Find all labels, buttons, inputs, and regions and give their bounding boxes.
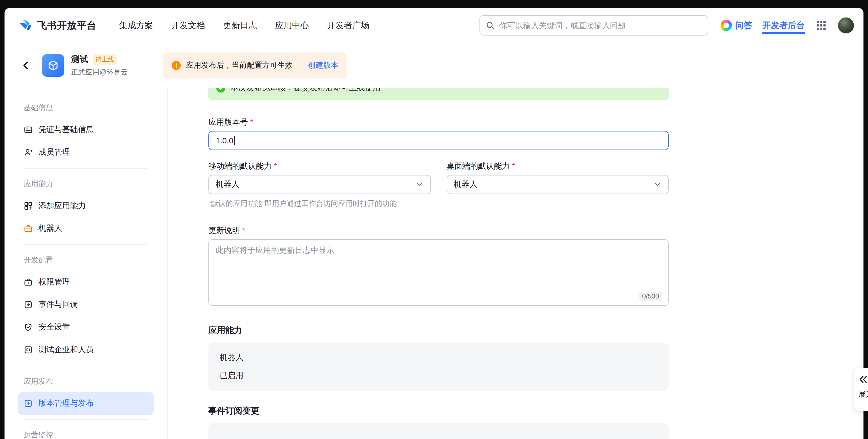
developer-console-tab[interactable]: 开发者后台	[763, 17, 805, 34]
update-notes-label: 更新说明*	[208, 226, 669, 236]
sidebar: 基础信息 凭证与基础信息 成员管理	[4, 88, 167, 439]
code-brackets-icon	[24, 345, 33, 354]
top-nav: 集成方案 开发文档 更新日志 应用中心 开发者广场	[119, 20, 369, 31]
nav-docs[interactable]: 开发文档	[171, 20, 205, 31]
sidebar-item-label: 添加应用能力	[38, 201, 86, 211]
chevron-down-icon	[653, 180, 661, 189]
top-header: 飞书开放平台 集成方案 开发文档 更新日志 应用中心 开发者广场	[4, 8, 864, 43]
sidebar-item-label: 权限管理	[38, 277, 70, 287]
desktop-capability-value: 机器人	[454, 179, 477, 190]
version-input[interactable]: 1.0.0	[208, 131, 669, 150]
sidebar-divider	[24, 244, 148, 245]
user-icon	[24, 148, 33, 157]
screen: 飞书开放平台 集成方案 开发文档 更新日志 应用中心 开发者广场	[0, 0, 868, 439]
sidebar-item-label: 凭证与基础信息	[38, 125, 94, 135]
sidebar-divider	[24, 366, 148, 366]
char-counter: 0/500	[639, 292, 662, 301]
no-review-banner-text: 本次发布免审核，提交发布后即可上线使用	[230, 88, 381, 93]
global-search[interactable]	[479, 15, 708, 36]
sidebar-section-basic-info: 基础信息	[18, 97, 167, 119]
app-context-bar: 测试 待上线 正式应用@环界云 ! 应用发布后，当前配置方可生效 创建版本	[4, 43, 864, 88]
sidebar-divider	[24, 168, 148, 169]
capability-status: 已启用	[220, 371, 657, 381]
main-content: 本次发布免审核，提交发布后即可上线使用 应用版本号* 1.0.0 移动端的默认能…	[167, 88, 864, 439]
apps-grid-icon[interactable]	[815, 19, 827, 32]
nav-app-center[interactable]: 应用中心	[275, 20, 309, 31]
back-button[interactable]	[18, 58, 34, 73]
sidebar-item-test-org[interactable]: 测试企业和人员	[18, 339, 154, 361]
app-info: 测试 待上线 正式应用@环界云	[71, 54, 128, 77]
feishu-logo-icon	[18, 18, 33, 33]
sidebar-section-dev-config: 开发配置	[18, 249, 167, 271]
sidebar-item-label: 机器人	[38, 224, 62, 234]
version-label: 应用版本号*	[208, 117, 669, 128]
update-notes-field: 0/500	[208, 239, 669, 306]
default-capability-row: 移动端的默认能力* 机器人 桌面端的默认能力*	[208, 161, 669, 194]
sidebar-item-bot[interactable]: 机器人	[18, 217, 154, 240]
sidebar-item-events-callbacks[interactable]: 事件与回调	[18, 294, 154, 316]
version-value: 1.0.0	[216, 136, 233, 145]
text-caret	[234, 136, 235, 145]
required-asterisk: *	[274, 161, 277, 172]
sidebar-item-security[interactable]: 安全设置	[18, 316, 154, 339]
success-check-icon	[216, 88, 225, 93]
sidebar-section-release: 应用发布	[18, 371, 167, 392]
search-icon	[486, 21, 495, 30]
page-body: 基础信息 凭证与基础信息 成员管理	[4, 88, 864, 439]
nav-integration[interactable]: 集成方案	[119, 20, 153, 31]
app-capability-box: 机器人 已启用	[208, 342, 669, 391]
app-icon	[42, 54, 64, 77]
shield-check-icon	[24, 323, 33, 332]
grid-plus-icon	[24, 201, 33, 210]
sidebar-item-members[interactable]: 成员管理	[18, 141, 154, 164]
required-asterisk: *	[250, 117, 253, 128]
id-card-icon	[24, 125, 33, 134]
mobile-capability-value: 机器人	[216, 179, 240, 190]
sidebar-item-label: 版本管理与发布	[38, 398, 94, 408]
double-chevron-left-icon	[859, 375, 868, 384]
sidebar-section-ops-monitor: 运营监控	[18, 424, 167, 439]
capability-hint: “默认的应用功能”即用户通过工作台访问应用时打开的功能	[208, 199, 669, 209]
qa-icon	[721, 20, 732, 31]
expand-label: 展开	[859, 390, 868, 400]
publish-warning-banner: ! 应用发布后，当前配置方可生效 创建版本	[163, 53, 347, 78]
capability-name: 机器人	[220, 353, 657, 363]
qa-entry[interactable]: 问答	[721, 20, 752, 31]
expand-panel-button[interactable]: 展开	[855, 368, 868, 411]
app-capability-heading: 应用能力	[208, 325, 669, 336]
no-review-banner: 本次发布免审核，提交发布后即可上线使用	[208, 88, 669, 100]
nav-developer-plaza[interactable]: 开发者广场	[327, 20, 369, 31]
release-form: 本次发布免审核，提交发布后即可上线使用 应用版本号* 1.0.0 移动端的默认能…	[208, 88, 669, 439]
desktop-capability-label: 桌面端的默认能力*	[446, 161, 669, 172]
sidebar-item-label: 成员管理	[38, 147, 70, 158]
sidebar-item-credentials[interactable]: 凭证与基础信息	[18, 119, 154, 141]
logo-text: 飞书开放平台	[37, 19, 97, 32]
mobile-capability-select[interactable]: 机器人	[208, 175, 431, 194]
status-badge: 待上线	[93, 54, 117, 65]
robot-icon	[24, 224, 33, 233]
app-name: 测试	[71, 54, 88, 65]
sidebar-item-label: 事件与回调	[38, 300, 78, 310]
app-subtitle: 正式应用@环界云	[71, 67, 128, 77]
user-avatar[interactable]	[837, 17, 855, 34]
sidebar-section-capabilities: 应用能力	[18, 173, 167, 195]
desktop-capability-select[interactable]: 机器人	[446, 175, 669, 194]
feishu-logo[interactable]: 飞书开放平台	[18, 18, 97, 33]
sidebar-item-label: 测试企业和人员	[38, 345, 94, 355]
briefcase-icon	[24, 278, 33, 286]
app-window: 飞书开放平台 集成方案 开发文档 更新日志 应用中心 开发者广场	[4, 8, 864, 439]
sidebar-item-permissions[interactable]: 权限管理	[18, 271, 154, 294]
mobile-capability-label: 移动端的默认能力*	[208, 161, 431, 172]
event-subscription-heading: 事件订阅变更	[208, 406, 669, 416]
required-asterisk: *	[512, 161, 515, 172]
nav-changelog[interactable]: 更新日志	[223, 20, 257, 31]
header-right-cluster: 问答 开发者后台	[721, 17, 855, 34]
create-version-link[interactable]: 创建版本	[308, 60, 338, 71]
sidebar-item-version-release[interactable]: 版本管理与发布	[18, 392, 154, 415]
sidebar-divider	[24, 419, 148, 420]
update-notes-textarea[interactable]	[209, 240, 668, 305]
warning-text: 应用发布后，当前配置方可生效	[186, 60, 292, 71]
chevron-down-icon	[415, 180, 423, 189]
sidebar-item-add-capability[interactable]: 添加应用能力	[18, 195, 154, 217]
search-input[interactable]	[499, 21, 702, 30]
